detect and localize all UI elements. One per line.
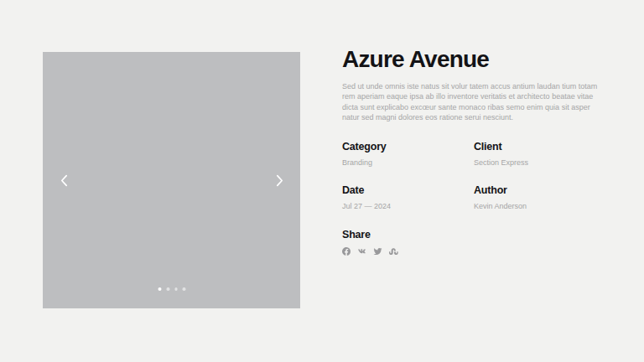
meta-item-date: Date Jul 27 — 2024: [342, 184, 474, 210]
share-label: Share: [342, 229, 602, 240]
carousel-prev-button[interactable]: [55, 169, 73, 191]
facebook-icon[interactable]: [342, 247, 351, 256]
meta-item-author: Author Kevin Anderson: [474, 184, 602, 210]
meta-value-date: Jul 27 — 2024: [342, 202, 474, 210]
meta-label-client: Client: [474, 141, 602, 153]
chevron-left-icon: [60, 174, 68, 187]
meta-label-category: Category: [342, 141, 474, 153]
project-meta: Category Branding Client Section Express…: [342, 141, 602, 210]
carousel-dot[interactable]: [183, 287, 186, 291]
carousel-dot[interactable]: [167, 287, 170, 291]
stumbleupon-icon[interactable]: [388, 247, 398, 256]
carousel-dots: [158, 287, 185, 292]
twitter-icon[interactable]: [373, 247, 382, 256]
project-description: Sed ut unde omnis iste natus sit volur t…: [342, 81, 602, 123]
share-icons: [342, 247, 602, 256]
meta-item-client: Client Section Express: [474, 141, 602, 167]
meta-value-category: Branding: [342, 158, 474, 167]
share-section: Share: [342, 229, 602, 256]
image-carousel: [43, 52, 300, 308]
meta-label-date: Date: [342, 184, 474, 196]
meta-label-author: Author: [474, 184, 602, 196]
carousel-dot[interactable]: [158, 287, 162, 292]
chevron-right-icon: [276, 174, 283, 187]
meta-value-author: Kevin Anderson: [474, 202, 602, 210]
page-title: Azure Avenue: [342, 48, 602, 72]
vk-icon[interactable]: [356, 247, 367, 256]
carousel-next-button[interactable]: [270, 169, 288, 191]
project-details: Azure Avenue Sed ut unde omnis iste natu…: [342, 48, 602, 256]
meta-item-category: Category Branding: [342, 141, 474, 167]
meta-value-client: Section Express: [474, 158, 602, 167]
carousel-dot[interactable]: [174, 287, 178, 291]
